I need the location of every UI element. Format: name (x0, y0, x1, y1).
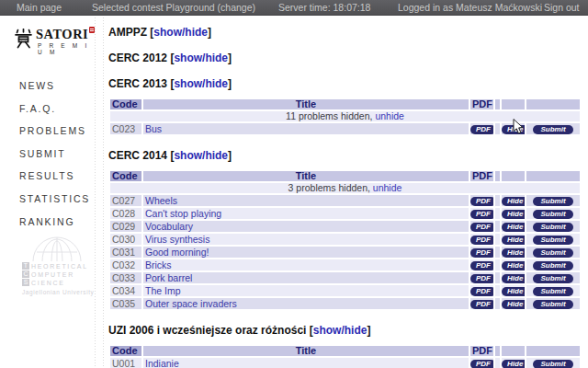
pdf-button[interactable]: PDF (470, 236, 493, 245)
problems-table-uzi-2006: Code Title PDF U001 Indianie PDF Hide Su… (108, 344, 582, 368)
sidebar-content-divider (95, 15, 105, 368)
column-header-submit (526, 99, 580, 109)
submit-button[interactable]: Submit (533, 197, 572, 206)
section-heading: CERC 2014 [show/hide] (108, 149, 582, 162)
pdf-button[interactable]: PDF (470, 287, 493, 296)
column-header-spacer (495, 171, 500, 181)
problem-title-link[interactable]: Pork barrel (145, 272, 192, 283)
problem-row: C031 Good morning! PDF Hide Submit (110, 247, 580, 258)
spacer-cell (495, 123, 500, 134)
satori-logo[interactable]: SATORI P R E M I U M (14, 27, 94, 55)
bracket-close: ] (208, 26, 211, 39)
change-contest-link[interactable]: (change) (218, 2, 255, 13)
spacer-cell (495, 247, 500, 258)
sign-out-link[interactable]: Sign out (544, 0, 580, 15)
show-hide-link[interactable]: show/hide (174, 52, 228, 64)
column-header-pdf: PDF (470, 99, 493, 109)
pdf-button[interactable]: PDF (470, 125, 493, 134)
problem-title-link[interactable]: Vocabulary (145, 221, 193, 232)
hide-button[interactable]: Hide (502, 274, 525, 283)
show-hide-link[interactable]: show/hide (174, 149, 228, 162)
column-header-title: Title (143, 171, 469, 181)
main-page-link[interactable]: Main page (17, 0, 62, 15)
pdf-button[interactable]: PDF (470, 210, 493, 219)
problem-title-link[interactable]: Indianie (145, 358, 179, 368)
logged-in-as: Logged in as Mateusz Maćkowski (398, 0, 542, 15)
problem-title-link[interactable]: Wheels (145, 195, 177, 206)
problem-row: C034 The Imp PDF Hide Submit (110, 285, 580, 296)
problem-title-link[interactable]: Good morning! (145, 247, 209, 258)
server-time-label: Server time: (278, 2, 331, 13)
section-cerc-2013: CERC 2013 [show/hide] Code Title PDF 11 … (108, 77, 582, 136)
hide-button[interactable]: Hide (502, 223, 525, 232)
submit-button[interactable]: Submit (533, 125, 572, 134)
column-header-code: Code (110, 346, 141, 356)
hide-button[interactable]: Hide (502, 261, 525, 270)
problem-code: C031 (110, 247, 141, 258)
problem-row: C035 Outer space invaders PDF Hide Submi… (110, 298, 580, 309)
hide-button[interactable]: Hide (502, 248, 525, 258)
hide-button[interactable]: Hide (502, 300, 525, 309)
pdf-button[interactable]: PDF (470, 274, 493, 283)
hide-button[interactable]: Hide (502, 360, 525, 368)
submit-button[interactable]: Submit (533, 248, 572, 258)
pdf-button[interactable]: PDF (470, 223, 493, 232)
tcs-dome-icon (31, 230, 83, 261)
pdf-button[interactable]: PDF (470, 300, 493, 309)
column-header-submit (526, 346, 580, 356)
problem-title-link[interactable]: Outer space invaders (145, 298, 237, 309)
pdf-button[interactable]: PDF (470, 360, 493, 368)
sidebar-item-faq[interactable]: F.A.Q. (19, 98, 94, 121)
spacer-cell (495, 285, 500, 296)
problem-title-link[interactable]: The Imp (145, 285, 181, 296)
problem-code: C030 (110, 234, 141, 245)
submit-button[interactable]: Submit (533, 360, 572, 368)
table-header-row: Code Title PDF (110, 346, 580, 356)
section-heading: CERC 2012 [show/hide] (108, 52, 582, 64)
hidden-problems-row: 11 problems hidden, unhide (110, 111, 580, 121)
sidebar-item-problems[interactable]: PROBLEMS (19, 120, 94, 143)
sidebar-item-statistics[interactable]: STATISTICS (19, 188, 94, 211)
submit-button[interactable]: Submit (533, 287, 572, 296)
selected-contest-prefix: Selected contest (92, 2, 164, 13)
problem-title-link[interactable]: Virus synthesis (145, 234, 209, 245)
column-header-pdf: PDF (470, 346, 493, 356)
unhide-link[interactable]: unhide (373, 183, 402, 193)
hide-button[interactable]: Hide (502, 210, 525, 219)
submit-button[interactable]: Submit (533, 261, 572, 270)
satori-kanji-icon (14, 29, 33, 49)
hide-button[interactable]: Hide (502, 125, 525, 134)
submit-button[interactable]: Submit (533, 274, 572, 283)
tcs-row-science: S CIENCE (22, 279, 92, 286)
problem-title-link[interactable]: Can't stop playing (145, 208, 221, 219)
column-header-spacer (495, 99, 500, 109)
pdf-button[interactable]: PDF (470, 248, 493, 258)
problem-title-link[interactable]: Bricks (145, 259, 172, 270)
submit-button[interactable]: Submit (533, 300, 572, 309)
sidebar-item-submit[interactable]: SUBMIT (19, 143, 94, 166)
section-heading: AMPPZ [show/hide] (108, 26, 582, 39)
show-hide-link[interactable]: show/hide (174, 77, 228, 90)
hide-button[interactable]: Hide (502, 287, 525, 296)
submit-button[interactable]: Submit (533, 223, 572, 232)
hidden-problems-text: 11 problems hidden, (286, 111, 372, 121)
column-header-hide (502, 346, 525, 356)
unhide-link[interactable]: unhide (375, 111, 404, 121)
problem-code: C034 (110, 285, 141, 296)
problem-code: C033 (110, 272, 141, 283)
hide-button[interactable]: Hide (502, 236, 525, 245)
show-hide-link[interactable]: show/hide (313, 324, 368, 337)
pdf-button[interactable]: PDF (470, 197, 493, 206)
sidebar-item-results[interactable]: RESULTS (19, 165, 94, 188)
pdf-button[interactable]: PDF (470, 261, 493, 270)
selected-contest: Selected contest Playground (change) (92, 0, 255, 15)
section-uzi-2006: UZI 2006 i wcześniejsze oraz różności [s… (108, 324, 582, 368)
show-hide-link[interactable]: show/hide (153, 26, 208, 39)
submit-button[interactable]: Submit (533, 236, 572, 245)
sidebar-item-news[interactable]: NEWS (19, 75, 94, 98)
problem-title-link[interactable]: Bus (145, 123, 162, 134)
submit-button[interactable]: Submit (533, 210, 572, 219)
hide-button[interactable]: Hide (502, 197, 525, 206)
tcs-row-computer: C OMPUTER (22, 270, 92, 278)
spacer-cell (495, 221, 500, 232)
